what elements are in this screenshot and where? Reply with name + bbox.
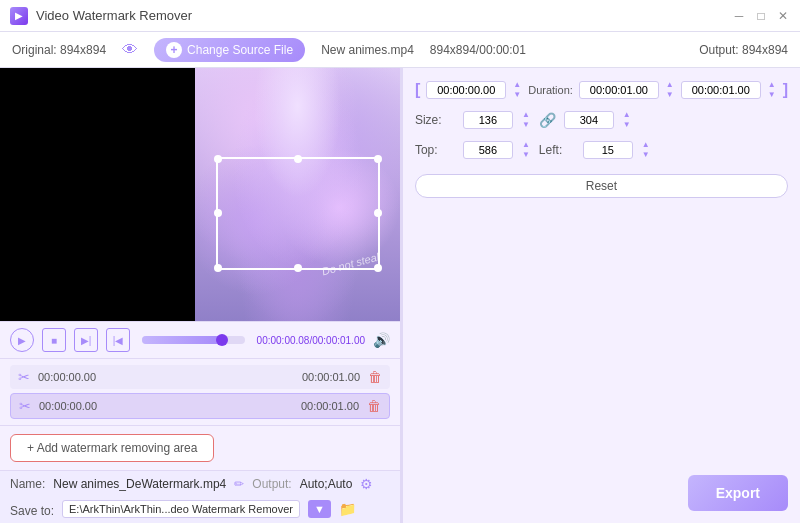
handle-bottom-right[interactable] [374, 264, 382, 272]
play-button[interactable]: ▶ [10, 328, 34, 352]
duration-down[interactable]: ▼ [665, 90, 675, 100]
top-input[interactable] [463, 141, 513, 159]
save-label: Save to: [10, 504, 54, 518]
handle-top-right[interactable] [374, 155, 382, 163]
size-width-input[interactable] [463, 111, 513, 129]
duration-up[interactable]: ▲ [665, 80, 675, 90]
app-title: Video Watermark Remover [36, 8, 192, 23]
progress-thumb[interactable] [216, 334, 228, 346]
track-delete-1[interactable]: 🗑 [368, 369, 382, 385]
link-icon[interactable]: 🔗 [539, 112, 556, 128]
duration-label: Duration: [528, 84, 573, 96]
close-button[interactable]: ✕ [776, 9, 790, 23]
tracks-area: ✂ 00:00:00.00 00:00:01.00 🗑 ✂ 00:00:00.0… [0, 358, 400, 425]
track-row-selected: ✂ 00:00:00.00 00:00:01.00 🗑 [10, 393, 390, 419]
volume-icon[interactable]: 🔊 [373, 332, 390, 348]
size-width-down[interactable]: ▼ [521, 120, 531, 130]
top-spinners: ▲ ▼ [521, 140, 531, 160]
minimize-button[interactable]: ─ [732, 9, 746, 23]
edit-icon[interactable]: ✏ [234, 477, 244, 491]
left-bracket: [ [415, 81, 420, 99]
name-value: New animes_DeWatermark.mp4 [53, 477, 226, 491]
size-height-down[interactable]: ▼ [622, 120, 632, 130]
end-time-down[interactable]: ▼ [767, 90, 777, 100]
title-bar-left: ▶ Video Watermark Remover [10, 7, 192, 25]
track-start-2: 00:00:00.00 [39, 400, 293, 412]
step-forward-button[interactable]: ▶| [74, 328, 98, 352]
output-separator: Output: [252, 477, 291, 491]
controls-bar: ▶ ■ ▶| |◀ 00:00:00.08/00:00:01.00 🔊 [0, 321, 400, 358]
right-bracket: ] [783, 81, 788, 99]
start-time-input[interactable] [426, 81, 506, 99]
start-time-up[interactable]: ▲ [512, 80, 522, 90]
start-time-spinners: ▲ ▼ [512, 80, 522, 100]
handle-top-left[interactable] [214, 155, 222, 163]
left-down[interactable]: ▼ [641, 150, 651, 160]
size-width-spinners: ▲ ▼ [521, 110, 531, 130]
time-display: 00:00:00.08/00:00:01.00 [257, 335, 365, 346]
scissors-icon-1: ✂ [18, 369, 30, 385]
top-label: Top: [415, 143, 455, 157]
handle-bottom-mid[interactable] [294, 264, 302, 272]
video-area: Do not steal [0, 68, 400, 321]
save-dropdown-button[interactable]: ▼ [308, 500, 331, 518]
file-name: New animes.mp4 [321, 43, 414, 57]
handle-right-mid[interactable] [374, 209, 382, 217]
eye-icon[interactable]: 👁 [122, 41, 138, 59]
duration-input[interactable] [579, 81, 659, 99]
step-backward-button[interactable]: |◀ [106, 328, 130, 352]
track-start-1: 00:00:00.00 [38, 371, 294, 383]
left-panel: Do not steal ▶ ■ ▶| |◀ 00:00:00.08/00:00… [0, 68, 400, 523]
gear-icon[interactable]: ⚙ [360, 476, 373, 492]
size-height-spinners: ▲ ▼ [622, 110, 632, 130]
end-time-input[interactable] [681, 81, 761, 99]
maximize-button[interactable]: □ [754, 9, 768, 23]
add-area-section: + Add watermark removing area [0, 425, 400, 470]
change-source-button[interactable]: + Change Source File [154, 38, 305, 62]
end-time-spinners: ▲ ▼ [767, 80, 777, 100]
window-controls: ─ □ ✕ [732, 9, 790, 23]
output-value: Auto;Auto [300, 477, 353, 491]
progress-fill [142, 336, 222, 344]
left-up[interactable]: ▲ [641, 140, 651, 150]
file-info: New animes.mp4 894x894/00:00:01 [321, 43, 526, 57]
handle-top-mid[interactable] [294, 155, 302, 163]
start-time-down[interactable]: ▼ [512, 90, 522, 100]
top-up[interactable]: ▲ [521, 140, 531, 150]
size-width-up[interactable]: ▲ [521, 110, 531, 120]
top-left-row: Top: ▲ ▼ Left: ▲ ▼ [415, 140, 788, 160]
save-path: E:\ArkThin\ArkThin...deo Watermark Remov… [62, 500, 300, 518]
time-row: [ ▲ ▼ Duration: ▲ ▼ ▲ ▼ ] [415, 80, 788, 100]
reset-button[interactable]: Reset [415, 174, 788, 198]
video-image-area: Do not steal [195, 68, 400, 321]
name-save-bar: Name: New animes_DeWatermark.mp4 ✏ Outpu… [0, 470, 400, 523]
track-end-1: 00:00:01.00 [302, 371, 360, 383]
handle-bottom-left[interactable] [214, 264, 222, 272]
folder-icon[interactable]: 📁 [339, 501, 356, 517]
video-frame: Do not steal [195, 68, 400, 321]
export-button[interactable]: Export [688, 475, 788, 511]
progress-bar[interactable] [142, 336, 245, 344]
size-height-up[interactable]: ▲ [622, 110, 632, 120]
track-row: ✂ 00:00:00.00 00:00:01.00 🗑 [10, 365, 390, 389]
track-delete-2[interactable]: 🗑 [367, 398, 381, 414]
size-height-input[interactable] [564, 111, 614, 129]
handle-left-mid[interactable] [214, 209, 222, 217]
scissors-icon-2: ✂ [19, 398, 31, 414]
stop-button[interactable]: ■ [42, 328, 66, 352]
selection-box[interactable] [216, 157, 380, 271]
size-row: Size: ▲ ▼ 🔗 ▲ ▼ [415, 110, 788, 130]
top-down[interactable]: ▼ [521, 150, 531, 160]
output-label: Output: 894x894 [699, 43, 788, 57]
title-bar: ▶ Video Watermark Remover ─ □ ✕ [0, 0, 800, 32]
video-black-left [0, 68, 205, 321]
left-input[interactable] [583, 141, 633, 159]
file-meta: 894x894/00:00:01 [430, 43, 526, 57]
track-end-2: 00:00:01.00 [301, 400, 359, 412]
top-bar: Original: 894x894 👁 + Change Source File… [0, 32, 800, 68]
end-time-up[interactable]: ▲ [767, 80, 777, 90]
add-watermark-area-button[interactable]: + Add watermark removing area [10, 434, 214, 462]
right-panel: [ ▲ ▼ Duration: ▲ ▼ ▲ ▼ ] Size: ▲ [403, 68, 800, 523]
left-label: Left: [539, 143, 575, 157]
original-label: Original: 894x894 [12, 43, 106, 57]
